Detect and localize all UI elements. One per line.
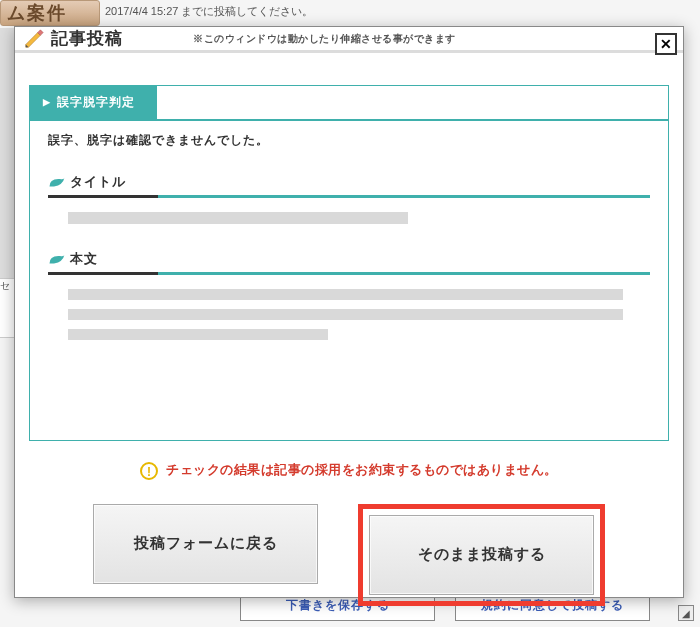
title-section-header: タイトル xyxy=(48,173,650,191)
back-to-form-button[interactable]: 投稿フォームに戻る xyxy=(93,504,318,584)
bg-left-cell-text: セ xyxy=(0,280,10,291)
body-placeholder-line xyxy=(68,329,328,340)
modal-titlebar[interactable]: 記事投稿 ※このウィンドウは動かしたり伸縮させる事ができます ✕ xyxy=(15,27,683,53)
svg-marker-0 xyxy=(26,32,41,47)
bg-header-tab: ム案件 xyxy=(0,0,100,26)
tab-arrow-icon: ▶ xyxy=(43,97,51,107)
deadline-text: 2017/4/4 15:27 までに投稿してください。 xyxy=(105,4,313,19)
result-message: 誤字、脱字は確認できませんでした。 xyxy=(48,132,650,149)
body-placeholder-line xyxy=(68,289,623,300)
pencil-icon xyxy=(23,28,45,50)
tab-underline xyxy=(30,119,668,121)
panel-body: 誤字、脱字は確認できませんでした。 タイトル 本文 xyxy=(30,86,668,361)
title-section-label: タイトル xyxy=(70,173,126,191)
body-section-header: 本文 xyxy=(48,250,650,268)
leaf-icon xyxy=(48,175,66,189)
modal-title: 記事投稿 xyxy=(51,27,123,50)
title-placeholder-line xyxy=(68,212,408,224)
bg-left-strip xyxy=(0,28,14,278)
tab-label: 誤字脱字判定 xyxy=(57,94,135,111)
body-underline xyxy=(48,272,650,275)
typo-check-tab[interactable]: ▶ 誤字脱字判定 xyxy=(29,85,157,119)
body-section-label: 本文 xyxy=(70,250,98,268)
modal-drag-hint: ※このウィンドウは動かしたり伸縮させる事ができます xyxy=(193,32,456,46)
action-row: 投稿フォームに戻る そのまま投稿する xyxy=(15,504,683,606)
body-placeholder-line xyxy=(68,309,623,320)
submit-as-is-button[interactable]: そのまま投稿する xyxy=(369,515,594,595)
leaf-icon xyxy=(48,252,66,266)
post-article-modal: 記事投稿 ※このウィンドウは動かしたり伸縮させる事ができます ✕ ▶ 誤字脱字判… xyxy=(14,26,684,598)
typo-check-panel: ▶ 誤字脱字判定 誤字、脱字は確認できませんでした。 タイトル 本文 xyxy=(29,85,669,441)
close-button[interactable]: ✕ xyxy=(655,33,677,55)
resize-grip-icon[interactable]: ◢ xyxy=(678,605,694,621)
warning-text: チェックの結果は記事の採用をお約束するものではありません。 xyxy=(166,463,558,477)
close-icon: ✕ xyxy=(660,36,672,52)
title-underline xyxy=(48,195,650,198)
warning-icon: ! xyxy=(140,462,158,480)
bg-left-cell: セ xyxy=(0,278,14,338)
bg-header-text: ム案件 xyxy=(1,3,67,23)
warning-row: ! チェックの結果は記事の採用をお約束するものではありません。 xyxy=(15,461,683,480)
submit-highlight: そのまま投稿する xyxy=(358,504,605,606)
